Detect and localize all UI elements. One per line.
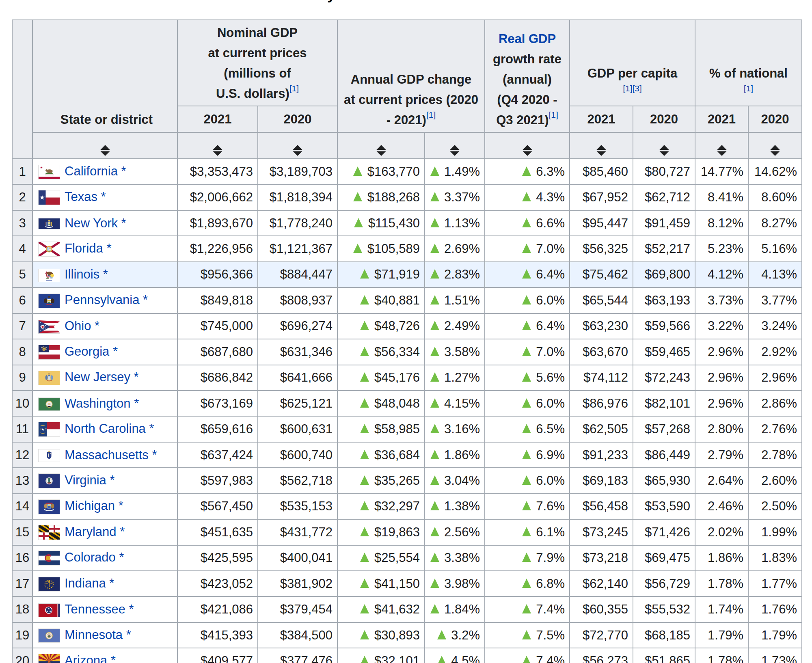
svg-text:N: N	[40, 428, 42, 431]
svg-text:C: C	[45, 428, 47, 431]
